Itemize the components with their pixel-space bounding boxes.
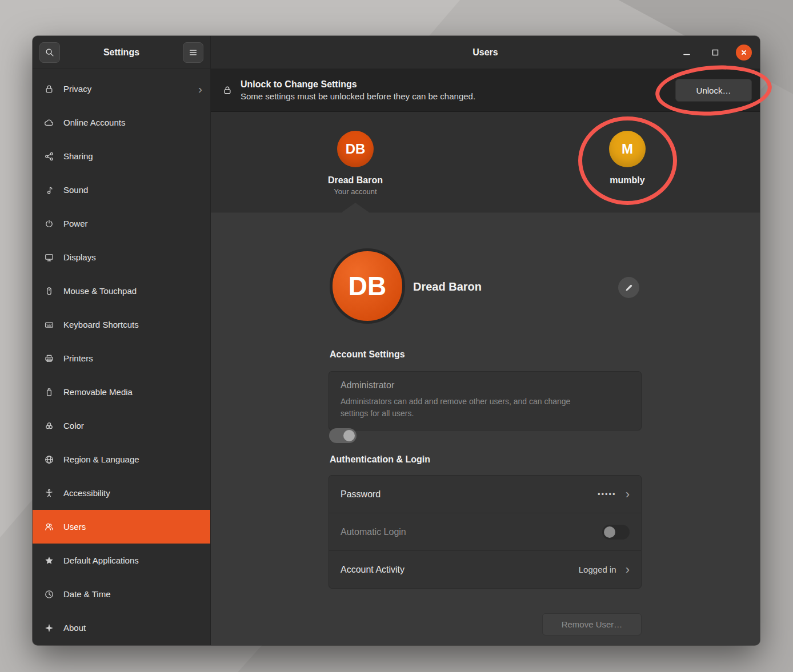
power-icon (44, 219, 54, 229)
unlock-subtitle: Some settings must be unlocked before th… (241, 91, 667, 101)
row-label: Password (341, 489, 381, 500)
row-value: Logged in (579, 565, 616, 574)
auth-row-automatic-login[interactable]: Automatic Login (329, 513, 641, 551)
sidebar-item-label: Power (63, 219, 202, 228)
remove-user-button[interactable]: Remove User… (542, 613, 642, 635)
sidebar-item-label: Removable Media (63, 387, 202, 397)
sidebar: Settings Privacy›Online AccountsSharingS… (33, 36, 211, 645)
sidebar-list: Privacy›Online AccountsSharingSoundPower… (33, 69, 210, 645)
sidebar-item-label: Users (63, 522, 202, 532)
administrator-card: Administrator Administrators can add and… (329, 371, 642, 430)
hamburger-menu-icon (188, 47, 198, 58)
search-icon (45, 47, 55, 58)
row-accessory: Logged in› (579, 564, 630, 576)
sidebar-item-label: Mouse & Touchpad (63, 286, 202, 296)
auth-row-password[interactable]: Password•••••› (329, 476, 641, 513)
edit-name-button[interactable] (618, 277, 639, 298)
sidebar-item-privacy[interactable]: Privacy› (33, 72, 210, 106)
accessibility-icon (44, 488, 54, 498)
sidebar-item-label: Region & Language (63, 454, 202, 464)
administrator-toggle[interactable] (329, 428, 357, 443)
sparkle-icon (44, 623, 54, 633)
users-icon (44, 522, 54, 532)
lock-icon (222, 85, 233, 95)
user-detail-panel: DB Dread Baron Account Settings Administ… (211, 212, 760, 645)
minimize-button[interactable] (679, 45, 695, 61)
user-name: Dread Baron (328, 175, 383, 186)
sidebar-item-label: Online Accounts (63, 118, 202, 127)
account-settings-heading: Account Settings (330, 349, 405, 360)
sidebar-item-label: Keyboard Shortcuts (63, 320, 202, 329)
sidebar-item-label: Displays (63, 252, 202, 262)
settings-window: Settings Privacy›Online AccountsSharingS… (33, 36, 760, 645)
user-card-mumbly[interactable]: Mmumbly (579, 131, 676, 186)
sidebar-item-date-time[interactable]: Date & Time (33, 577, 210, 611)
toggle-knob (604, 526, 615, 538)
desktop: { "colors": { "accent": "#E95420", "anno… (0, 0, 793, 672)
sidebar-item-mouse-touchpad[interactable]: Mouse & Touchpad (33, 274, 210, 308)
auth-row-account-activity[interactable]: Account ActivityLogged in› (329, 551, 641, 588)
toggle-knob (343, 430, 355, 441)
globe-icon (44, 454, 54, 465)
displays-icon (44, 252, 54, 263)
cloud-icon (44, 118, 54, 128)
auth-login-heading: Authentication & Login (330, 454, 430, 465)
profile-avatar[interactable]: DB (330, 248, 405, 324)
selected-user-notch (342, 203, 369, 212)
sidebar-item-region-language[interactable]: Region & Language (33, 442, 210, 476)
sidebar-item-label: Default Applications (63, 556, 202, 565)
sidebar-item-label: About (63, 623, 202, 633)
unlock-button[interactable]: Unlock… (675, 79, 752, 102)
search-button[interactable] (39, 42, 60, 63)
unlock-text: Unlock to Change Settings Some settings … (241, 79, 667, 101)
sidebar-item-printers[interactable]: Printers (33, 341, 210, 375)
sidebar-item-sharing[interactable]: Sharing (33, 139, 210, 173)
automatic-login-toggle[interactable] (602, 525, 630, 540)
color-icon (44, 421, 54, 431)
administrator-description: Administrators can add and remove other … (341, 396, 586, 420)
window-controls (679, 36, 752, 69)
removable-icon (44, 387, 54, 397)
sidebar-header: Settings (33, 36, 210, 69)
page-title: Users (211, 36, 760, 69)
sidebar-item-label: Sharing (63, 151, 202, 161)
unlock-banner: Unlock to Change Settings Some settings … (211, 69, 760, 112)
maximize-button[interactable] (707, 45, 723, 61)
keyboard-icon (44, 320, 54, 330)
avatar-initials: M (622, 141, 633, 157)
sidebar-item-about[interactable]: About (33, 611, 210, 645)
sidebar-item-label: Color (63, 421, 202, 430)
clock-icon (44, 589, 54, 599)
close-button[interactable] (736, 45, 752, 61)
avatar-initials: DB (349, 271, 386, 301)
row-value: ••••• (598, 490, 616, 498)
sidebar-item-power[interactable]: Power (33, 207, 210, 240)
sidebar-item-label: Printers (63, 353, 202, 363)
sidebar-item-keyboard-shortcuts[interactable]: Keyboard Shortcuts (33, 308, 210, 341)
sidebar-item-accessibility[interactable]: Accessibility (33, 476, 210, 510)
chevron-right-icon: › (626, 564, 630, 576)
sidebar-item-displays[interactable]: Displays (33, 240, 210, 274)
sidebar-item-sound[interactable]: Sound (33, 173, 210, 207)
user-avatar: DB (337, 131, 374, 167)
main-area: Users Unlock to Change Settings Some set… (211, 36, 760, 645)
chevron-right-icon: › (626, 488, 630, 501)
sidebar-item-users[interactable]: Users (33, 510, 210, 544)
row-accessory: •••••› (598, 488, 630, 501)
user-carousel: DBDread BaronYour accountMmumbly (211, 112, 760, 212)
user-card-dread-baron[interactable]: DBDread BaronYour account (307, 131, 404, 196)
auth-card: Password•••••›Automatic LoginAccount Act… (329, 475, 642, 589)
sidebar-item-removable-media[interactable]: Removable Media (33, 375, 210, 409)
lock-icon (44, 84, 54, 94)
pencil-icon (624, 283, 634, 293)
sidebar-item-label: Sound (63, 185, 202, 195)
sidebar-item-default-applications[interactable]: Default Applications (33, 544, 210, 577)
sidebar-item-online-accounts[interactable]: Online Accounts (33, 106, 210, 139)
row-label: Automatic Login (341, 527, 406, 537)
unlock-title: Unlock to Change Settings (241, 79, 667, 90)
mouse-icon (44, 286, 54, 296)
menu-button[interactable] (183, 42, 203, 63)
sidebar-item-color[interactable]: Color (33, 409, 210, 442)
profile-name: Dread Baron (413, 280, 482, 293)
sound-icon (44, 185, 54, 195)
